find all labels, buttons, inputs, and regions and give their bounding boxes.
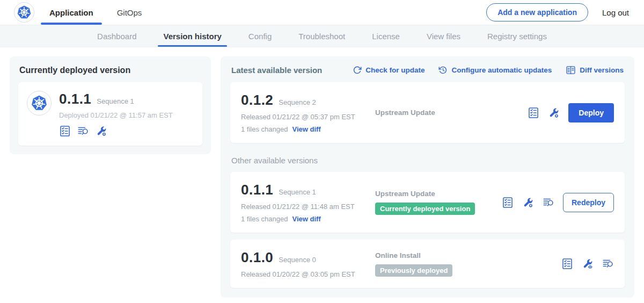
clock-arrow-icon: [438, 66, 448, 75]
subnav-config-label: Config: [248, 32, 272, 41]
source-label: Upstream Update: [375, 109, 519, 117]
diff-versions-label: Diff versions: [580, 66, 624, 74]
main-content: Currently deployed version 0.1.1 Sequenc…: [0, 47, 644, 303]
subnav-version-history[interactable]: Version history: [163, 25, 221, 47]
subnav-troubleshoot-label: Troubleshoot: [298, 32, 345, 41]
check-for-update-label: Check for update: [365, 66, 425, 74]
configure-automatic-updates-label: Configure automatic updates: [451, 66, 552, 74]
deploy-logs-icon[interactable]: [543, 197, 554, 208]
check-for-update-link[interactable]: Check for update: [353, 66, 425, 75]
latest-available-header: Latest available version Check for updat…: [231, 65, 624, 75]
source-label: Upstream Update: [375, 190, 493, 198]
deployed-version-info: 0.1.1 Sequence 1 Deployed 01/21/22 @ 11:…: [59, 91, 173, 137]
app-subnav: Dashboard Version history Config Trouble…: [0, 25, 644, 47]
version-info: 0.1.0 Sequence 0 Released 01/20/22 @ 03:…: [241, 249, 375, 278]
currently-deployed-badge: Currently deployed version: [375, 203, 475, 215]
subnav-registry-settings-label: Registry settings: [487, 32, 547, 41]
currently-deployed-panel: Currently deployed version 0.1.1 Sequenc…: [10, 56, 211, 154]
subnav-license-label: License: [372, 32, 400, 41]
preflight-checks-icon[interactable]: [561, 258, 573, 270]
subnav-license[interactable]: License: [372, 25, 400, 47]
logout-button[interactable]: Log out: [602, 8, 629, 17]
version-source: Upstream Update: [375, 109, 519, 117]
subnav-version-history-label: Version history: [163, 32, 221, 41]
latest-available-title: Latest available version: [231, 66, 322, 75]
update-actions: Check for update Configure automatic upd…: [353, 65, 624, 75]
subnav-view-files-label: View files: [427, 32, 460, 41]
version-card-0-1-1: 0.1.1 Sequence 1 Released 01/21/22 @ 11:…: [230, 172, 625, 233]
app-logo: [27, 91, 52, 116]
released-date: Released 01/20/22 @ 03:05 pm EST: [241, 270, 375, 278]
deployed-actions: [59, 125, 173, 137]
version-source: Online Install Previously deployed: [375, 251, 553, 277]
configure-automatic-updates-link[interactable]: Configure automatic updates: [438, 66, 552, 75]
diff-icon: [566, 65, 576, 75]
view-config-icon[interactable]: [582, 258, 594, 270]
files-changed-label: 1 files changed: [241, 215, 288, 223]
previously-deployed-badge: Previously deployed: [375, 264, 452, 277]
deploy-logs-icon[interactable]: [602, 258, 614, 270]
tab-gitops-label: GitOps: [117, 8, 142, 17]
preflight-checks-icon[interactable]: [59, 125, 71, 137]
currently-deployed-card: 0.1.1 Sequence 1 Deployed 01/21/22 @ 11:…: [18, 82, 202, 146]
subnav-config[interactable]: Config: [248, 25, 272, 47]
source-label: Online Install: [375, 251, 553, 259]
sequence-label: Sequence 0: [279, 256, 316, 264]
subnav-dashboard[interactable]: Dashboard: [97, 25, 136, 47]
view-diff-link[interactable]: View diff: [292, 125, 320, 133]
files-changed-label: 1 files changed: [241, 125, 288, 133]
top-nav: Application GitOps: [49, 0, 142, 25]
other-versions-title: Other available versions: [231, 156, 624, 165]
preflight-checks-icon[interactable]: [528, 107, 539, 119]
version-info: 0.1.1 Sequence 1 Released 01/21/22 @ 11:…: [241, 182, 375, 223]
app-logo: [14, 2, 34, 23]
top-bar: Application GitOps Add a new application…: [0, 0, 644, 25]
released-date: Released 01/21/22 @ 11:48 am EST: [241, 203, 375, 211]
tab-application[interactable]: Application: [49, 0, 93, 25]
version-card-0-1-0: 0.1.0 Sequence 0 Released 01/20/22 @ 03:…: [230, 240, 625, 288]
version-info: 0.1.2 Sequence 2 Released 01/21/22 @ 05:…: [241, 92, 375, 133]
version-actions: Deploy: [528, 103, 614, 122]
tab-gitops[interactable]: GitOps: [117, 0, 142, 25]
subnav-troubleshoot[interactable]: Troubleshoot: [298, 25, 345, 47]
sequence-label: Sequence 1: [279, 188, 316, 196]
version-actions: Redeploy: [502, 193, 614, 212]
subnav-dashboard-label: Dashboard: [97, 32, 136, 41]
kubernetes-helm-icon: [16, 4, 32, 20]
version-card-0-1-2: 0.1.2 Sequence 2 Released 01/21/22 @ 05:…: [230, 82, 625, 143]
edit-config-icon[interactable]: [96, 125, 107, 137]
deploy-button[interactable]: Deploy: [568, 103, 614, 122]
available-versions-panel: Latest available version Check for updat…: [221, 56, 634, 298]
released-date: Released 01/21/22 @ 05:37 pm EST: [241, 113, 375, 121]
version-number: 0.1.1: [241, 182, 273, 198]
deploy-logs-icon[interactable]: [77, 125, 89, 137]
deployed-sequence-label: Sequence 1: [97, 97, 134, 105]
version-actions: [561, 258, 614, 270]
add-application-button[interactable]: Add a new application: [486, 3, 588, 21]
version-number: 0.1.0: [241, 249, 273, 266]
subnav-view-files[interactable]: View files: [427, 25, 460, 47]
preflight-checks-icon[interactable]: [502, 197, 514, 208]
version-number: 0.1.2: [241, 92, 273, 109]
diff-versions-link[interactable]: Diff versions: [566, 65, 624, 75]
tab-application-label: Application: [49, 8, 93, 17]
sequence-label: Sequence 2: [279, 98, 316, 106]
edit-config-icon[interactable]: [522, 197, 534, 208]
redeploy-button[interactable]: Redeploy: [563, 193, 614, 212]
refresh-icon: [353, 66, 362, 75]
view-diff-link[interactable]: View diff: [292, 215, 320, 223]
deployed-date: Deployed 01/21/22 @ 11:57 am EST: [59, 111, 173, 119]
edit-config-icon[interactable]: [548, 107, 560, 119]
version-source: Upstream Update Currently deployed versi…: [375, 190, 493, 215]
deployed-version-number: 0.1.1: [59, 91, 91, 107]
currently-deployed-title: Currently deployed version: [19, 66, 202, 75]
subnav-registry-settings[interactable]: Registry settings: [487, 25, 547, 47]
kubernetes-helm-icon: [30, 94, 48, 112]
